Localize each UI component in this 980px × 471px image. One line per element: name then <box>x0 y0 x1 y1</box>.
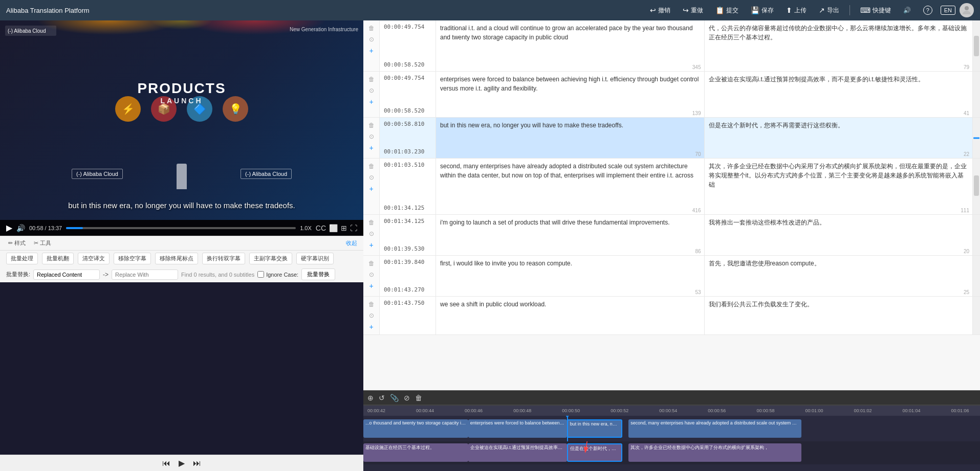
translation-text-area[interactable]: 但是在这个新时代，您将不再需要进行这些权衡。 <box>709 121 969 155</box>
copy-row-btn[interactable]: ⊙ <box>367 311 376 320</box>
time-start: 00:01:34.125 <box>384 218 431 225</box>
source-text-area[interactable]: we see a shift in public cloud workload. <box>440 300 700 331</box>
copy-row-btn[interactable]: ⊙ <box>367 270 376 279</box>
remove-blank-btn[interactable]: 移除空字幕 <box>114 253 151 264</box>
translation-text-area[interactable]: 代，公共云的存储容量将超过传统的企业数据中心，那么云将继续加速增长。多年来，基础… <box>709 24 969 68</box>
tl-trans-clip-1[interactable]: 基础设施正在经历三个基本过程。 <box>363 443 468 462</box>
submit-icon: 📋 <box>715 6 724 14</box>
tl-move-icon[interactable]: ⊕ <box>367 394 374 402</box>
source-text-area[interactable]: but in this new era, no longer you will … <box>440 121 700 155</box>
style-button[interactable]: ✏ 样式 <box>6 238 28 248</box>
copy-row-btn[interactable]: ⊙ <box>367 86 376 95</box>
scrollbar-thumb[interactable] <box>974 175 979 196</box>
language-selector[interactable]: EN <box>941 6 955 15</box>
source-char-count: 70 <box>695 151 701 157</box>
hard-sub-recog-btn[interactable]: 硬字幕识别 <box>296 253 334 264</box>
replace-input[interactable] <box>112 270 178 280</box>
translation-text-area[interactable]: 企业被迫在实现高i.t.通过预算控制提高效率，而不是更多的i.t.敏捷性和灵活性… <box>709 75 969 114</box>
ignore-case-label[interactable]: Ignore Case: <box>257 271 298 278</box>
delete-row-btn[interactable]: 🗑 <box>367 259 376 268</box>
save-button[interactable]: 💾 保存 <box>747 4 778 17</box>
batch-machine-btn[interactable]: 批量机翻 <box>42 253 74 264</box>
tl-clip-1[interactable]: ...o thousand and twenty two storage cap… <box>363 419 468 438</box>
main-sub-swap-btn[interactable]: 主副字幕交换 <box>249 253 292 264</box>
video-controls: ▶ 🔊 00:58 / 13:37 1.0X CC ⬜ ⊞ ⛶ <box>0 220 363 236</box>
skip-back-button[interactable]: ⏮ <box>162 459 170 468</box>
add-row-btn[interactable]: + <box>367 46 376 55</box>
play-pause-button[interactable]: ▶ <box>179 458 185 468</box>
submit-button[interactable]: 📋 提交 <box>711 4 743 17</box>
tl-split-icon[interactable]: ⊘ <box>404 394 410 402</box>
clear-translation-btn[interactable]: 清空译文 <box>78 253 110 264</box>
ignore-case-checkbox[interactable] <box>257 271 264 278</box>
row-controls: 🗑 ⊙ + <box>363 297 380 334</box>
add-row-btn[interactable]: + <box>367 97 376 106</box>
delete-row-btn[interactable]: 🗑 <box>367 218 376 227</box>
clip-text: but in this new era, no longer ... <box>570 421 619 427</box>
speed-label[interactable]: 1.0X <box>300 225 312 231</box>
tools-button[interactable]: ✂ 工具 <box>32 238 53 248</box>
shortcuts-button[interactable]: ⌨ 快捷键 <box>856 4 895 17</box>
aspect-ratio-icon[interactable]: ⬜ <box>329 224 338 232</box>
time-column: 00:01:34.125 00:01:39.530 <box>380 215 436 255</box>
tl-trans-clip-2[interactable]: 企业被迫在实现高i.t.通过预算控制提高效率，而不是更多的i.t.敏... <box>468 443 567 462</box>
cc-icon[interactable]: CC <box>316 224 326 232</box>
tl-delete-icon[interactable]: 🗑 <box>415 394 422 402</box>
copy-row-btn[interactable]: ⊙ <box>367 132 376 141</box>
add-row-btn[interactable]: + <box>367 240 376 250</box>
tl-clip-4[interactable]: second, many enterprises have already ad… <box>628 419 801 438</box>
batch-process-btn[interactable]: 批量处理 <box>6 253 38 264</box>
tl-tick: 00:00:48 <box>513 408 531 413</box>
delete-row-btn[interactable]: 🗑 <box>367 300 376 309</box>
add-row-btn[interactable]: + <box>367 322 376 331</box>
volume-button[interactable]: 🔊 <box>899 5 915 16</box>
scrollbar-thumb[interactable] <box>974 36 979 56</box>
progress-bar[interactable] <box>66 227 296 229</box>
export-button[interactable]: ↗ 导出 <box>815 4 843 17</box>
volume-control-icon[interactable]: 🔊 <box>16 224 25 232</box>
copy-row-btn[interactable]: ⊙ <box>367 173 376 182</box>
translation-text-area[interactable]: 我将推出一套推动这些根本性改进的产品。 <box>709 218 969 252</box>
subtitle-row-highlighted: 🗑 ⊙ + 00:00:58.810 00:01:03.230 but in t… <box>363 118 980 159</box>
source-text-area[interactable]: i'm going to launch a set of products th… <box>440 218 700 252</box>
batch-replace-exec-btn[interactable]: 批量替换 <box>301 268 335 280</box>
copy-row-btn[interactable]: ⊙ <box>367 229 376 238</box>
delete-row-btn[interactable]: 🗑 <box>367 162 376 171</box>
tl-link-icon[interactable]: 📎 <box>390 394 399 402</box>
undo-button[interactable]: ↩ 撤销 <box>646 4 674 17</box>
tl-undo-icon[interactable]: ↺ <box>379 394 385 402</box>
redo-button[interactable]: ↪ 重做 <box>679 4 707 17</box>
upload-button[interactable]: ⬆ 上传 <box>782 4 811 17</box>
source-text-area[interactable]: second, many enterprises have already ad… <box>440 162 700 211</box>
add-row-btn[interactable]: + <box>367 143 376 152</box>
help-button[interactable]: ? <box>919 4 937 17</box>
scrollbar-col <box>973 256 980 296</box>
add-row-btn[interactable]: + <box>367 184 376 193</box>
delete-row-btn[interactable]: 🗑 <box>367 24 376 33</box>
translation-text-area[interactable]: 我们看到公共云工作负载发生了变化。 <box>709 300 969 331</box>
source-text-area[interactable]: traditional i.t. and a cloud will contin… <box>440 24 700 68</box>
add-row-btn[interactable]: + <box>367 281 376 290</box>
delete-row-btn[interactable]: 🗑 <box>367 121 376 130</box>
fullscreen-icon[interactable]: ⛶ <box>350 224 357 232</box>
avatar[interactable] <box>960 3 974 17</box>
playhead[interactable] <box>567 416 568 441</box>
skip-forward-button[interactable]: ⏭ <box>193 459 201 468</box>
translation-text-area[interactable]: 首先，我想邀请您使用reason compute。 <box>709 259 969 293</box>
delete-row-btn[interactable]: 🗑 <box>367 75 376 84</box>
tl-tick: 00:00:44 <box>416 408 434 413</box>
tl-trans-clip-4[interactable]: 其次，许多企业已经在数据中心内采用了分布式的横向扩展系架构， <box>628 443 801 462</box>
source-text-area[interactable]: enterprises were forced to balance betwe… <box>440 75 700 114</box>
source-text-area[interactable]: first, i would like to invite you to rea… <box>440 259 700 293</box>
tl-trans-clip-3-active[interactable]: 但是在这个新时代，您将不再... <box>567 443 622 462</box>
collapse-button[interactable]: 收起 <box>346 239 357 247</box>
play-button[interactable]: ▶ <box>6 223 12 233</box>
convert-double-btn[interactable]: 换行转双字幕 <box>202 253 245 264</box>
crop-icon[interactable]: ⊞ <box>341 224 347 232</box>
translation-text-area[interactable]: 其次，许多企业已经在数据中心内采用了分布式的横向扩展系统架构，但现在最重要的是，… <box>709 162 969 211</box>
tl-clip-3-active[interactable]: but in this new era, no longer ... <box>567 419 622 438</box>
tl-clip-2[interactable]: enterprises were forced to balance betwe… <box>468 419 567 438</box>
move-end-punct-btn[interactable]: 移除终尾标点 <box>155 253 198 264</box>
copy-row-btn[interactable]: ⊙ <box>367 35 376 44</box>
find-input[interactable] <box>33 270 100 280</box>
